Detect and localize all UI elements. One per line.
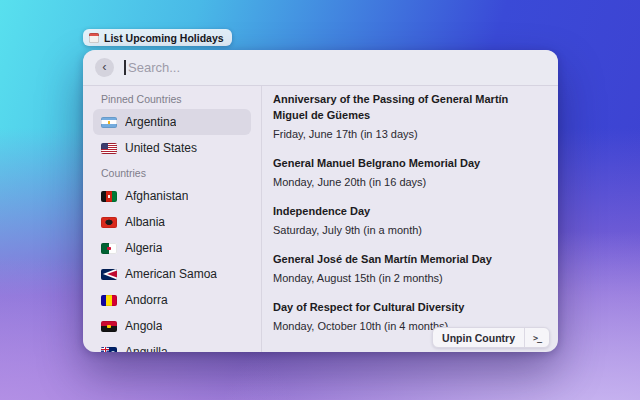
sidebar-item-anguilla[interactable]: Anguilla bbox=[93, 339, 251, 352]
holiday-item: General José de San Martín Memorial Day … bbox=[273, 251, 544, 285]
country-label: American Samoa bbox=[125, 267, 217, 281]
country-label: Angola bbox=[125, 319, 162, 333]
country-label: United States bbox=[125, 141, 197, 155]
sidebar-item-american-samoa[interactable]: American Samoa bbox=[93, 261, 251, 287]
calendar-icon bbox=[89, 33, 99, 43]
terminal-prompt-button[interactable]: >_ bbox=[525, 328, 549, 347]
country-label: Albania bbox=[125, 215, 165, 229]
launcher-window: ‹ Pinned Countries Argentina United Stat… bbox=[83, 50, 558, 352]
sidebar-item-united-states[interactable]: United States bbox=[93, 135, 251, 161]
search-bar: ‹ bbox=[83, 50, 558, 86]
holiday-title: Day of Respect for Cultural Diversity bbox=[273, 299, 535, 315]
albania-flag-icon bbox=[101, 217, 117, 228]
search-input[interactable] bbox=[123, 50, 546, 85]
window-content: Pinned Countries Argentina United States… bbox=[83, 86, 558, 352]
holiday-item: General Manuel Belgrano Memorial Day Mon… bbox=[273, 155, 544, 189]
chevron-left-icon: ‹ bbox=[102, 60, 106, 73]
command-chip-label: List Upcoming Holidays bbox=[104, 32, 224, 44]
search-field bbox=[123, 50, 546, 85]
holiday-date: Monday, June 20th (in 16 days) bbox=[273, 176, 544, 189]
country-label: Afghanistan bbox=[125, 189, 188, 203]
angola-flag-icon bbox=[101, 321, 117, 332]
sidebar-item-afghanistan[interactable]: Afghanistan bbox=[93, 183, 251, 209]
holiday-date: Monday, August 15th (in 2 months) bbox=[273, 272, 544, 285]
holiday-item: Independence Day Saturday, July 9th (in … bbox=[273, 203, 544, 237]
holiday-item: Anniversary of the Passing of General Ma… bbox=[273, 91, 544, 141]
country-label: Algeria bbox=[125, 241, 162, 255]
sidebar-item-angola[interactable]: Angola bbox=[93, 313, 251, 339]
sidebar-item-algeria[interactable]: Algeria bbox=[93, 235, 251, 261]
section-header-countries: Countries bbox=[93, 161, 251, 183]
united-states-flag-icon bbox=[101, 143, 117, 154]
sidebar-item-andorra[interactable]: Andorra bbox=[93, 287, 251, 313]
text-caret bbox=[124, 60, 126, 75]
footer-actions: Unpin Country >_ bbox=[432, 327, 550, 348]
countries-sidebar: Pinned Countries Argentina United States… bbox=[83, 86, 262, 352]
country-label: Anguilla bbox=[125, 345, 168, 352]
american-samoa-flag-icon bbox=[101, 269, 117, 280]
country-label: Andorra bbox=[125, 293, 168, 307]
sidebar-item-albania[interactable]: Albania bbox=[93, 209, 251, 235]
section-header-pinned-countries: Pinned Countries bbox=[93, 88, 251, 109]
holiday-date: Friday, June 17th (in 13 days) bbox=[273, 128, 544, 141]
sidebar-item-argentina[interactable]: Argentina bbox=[93, 109, 251, 135]
algeria-flag-icon bbox=[101, 243, 117, 254]
holiday-title: General José de San Martín Memorial Day bbox=[273, 251, 535, 267]
holidays-panel: Anniversary of the Passing of General Ma… bbox=[262, 86, 558, 352]
andorra-flag-icon bbox=[101, 295, 117, 306]
country-label: Argentina bbox=[125, 115, 176, 129]
back-button[interactable]: ‹ bbox=[95, 58, 114, 77]
command-chip[interactable]: List Upcoming Holidays bbox=[83, 29, 232, 46]
holiday-title: Anniversary of the Passing of General Ma… bbox=[273, 91, 535, 123]
terminal-prompt-icon: >_ bbox=[533, 333, 541, 343]
holiday-title: Independence Day bbox=[273, 203, 535, 219]
argentina-flag-icon bbox=[101, 117, 117, 128]
holiday-date: Saturday, July 9th (in a month) bbox=[273, 224, 544, 237]
afghanistan-flag-icon bbox=[101, 191, 117, 202]
unpin-country-button[interactable]: Unpin Country bbox=[433, 328, 524, 347]
holiday-title: General Manuel Belgrano Memorial Day bbox=[273, 155, 535, 171]
anguilla-flag-icon bbox=[101, 347, 117, 353]
